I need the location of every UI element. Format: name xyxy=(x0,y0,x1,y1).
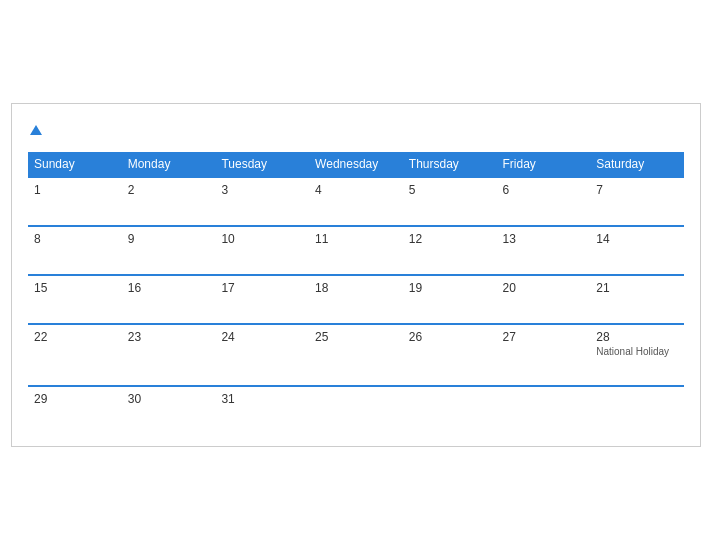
calendar-cell: 27 xyxy=(497,324,591,386)
calendar-cell: 25 xyxy=(309,324,403,386)
calendar-cell: 21 xyxy=(590,275,684,324)
day-number: 10 xyxy=(221,232,234,246)
day-number: 7 xyxy=(596,183,603,197)
calendar-cell: 7 xyxy=(590,177,684,226)
calendar-cell xyxy=(403,386,497,434)
day-number: 27 xyxy=(503,330,516,344)
calendar-cell: 3 xyxy=(215,177,309,226)
calendar-cell: 14 xyxy=(590,226,684,275)
calendar-cell: 23 xyxy=(122,324,216,386)
calendar-thead: Sunday Monday Tuesday Wednesday Thursday… xyxy=(28,152,684,177)
calendar-cell: 6 xyxy=(497,177,591,226)
calendar-cell: 29 xyxy=(28,386,122,434)
calendar-cell: 15 xyxy=(28,275,122,324)
day-number: 16 xyxy=(128,281,141,295)
day-number: 3 xyxy=(221,183,228,197)
day-event: National Holiday xyxy=(596,346,678,357)
day-number: 2 xyxy=(128,183,135,197)
day-number: 9 xyxy=(128,232,135,246)
calendar-cell xyxy=(309,386,403,434)
calendar-tbody: 1234567891011121314151617181920212223242… xyxy=(28,177,684,434)
day-number: 20 xyxy=(503,281,516,295)
calendar-header xyxy=(28,120,684,138)
col-sunday: Sunday xyxy=(28,152,122,177)
day-number: 21 xyxy=(596,281,609,295)
day-number: 26 xyxy=(409,330,422,344)
calendar-cell: 9 xyxy=(122,226,216,275)
day-number: 15 xyxy=(34,281,47,295)
day-number: 1 xyxy=(34,183,41,197)
calendar-cell: 28National Holiday xyxy=(590,324,684,386)
day-number: 5 xyxy=(409,183,416,197)
calendar-header-row: Sunday Monday Tuesday Wednesday Thursday… xyxy=(28,152,684,177)
col-tuesday: Tuesday xyxy=(215,152,309,177)
calendar-cell: 31 xyxy=(215,386,309,434)
day-number: 18 xyxy=(315,281,328,295)
day-number: 13 xyxy=(503,232,516,246)
calendar-cell: 11 xyxy=(309,226,403,275)
day-number: 24 xyxy=(221,330,234,344)
calendar-week-row: 891011121314 xyxy=(28,226,684,275)
calendar-cell: 17 xyxy=(215,275,309,324)
col-wednesday: Wednesday xyxy=(309,152,403,177)
calendar-cell: 18 xyxy=(309,275,403,324)
calendar-cell: 13 xyxy=(497,226,591,275)
day-number: 23 xyxy=(128,330,141,344)
logo-general xyxy=(28,120,42,138)
calendar-cell: 10 xyxy=(215,226,309,275)
day-number: 22 xyxy=(34,330,47,344)
day-number: 11 xyxy=(315,232,328,246)
logo-triangle-icon xyxy=(30,125,42,135)
calendar-cell: 1 xyxy=(28,177,122,226)
calendar-cell xyxy=(590,386,684,434)
day-number: 29 xyxy=(34,392,47,406)
calendar-week-row: 15161718192021 xyxy=(28,275,684,324)
day-number: 12 xyxy=(409,232,422,246)
calendar-grid: Sunday Monday Tuesday Wednesday Thursday… xyxy=(28,152,684,434)
day-number: 17 xyxy=(221,281,234,295)
calendar-week-row: 22232425262728National Holiday xyxy=(28,324,684,386)
day-number: 14 xyxy=(596,232,609,246)
calendar-container: Sunday Monday Tuesday Wednesday Thursday… xyxy=(11,103,701,447)
calendar-cell: 12 xyxy=(403,226,497,275)
calendar-cell: 30 xyxy=(122,386,216,434)
day-number: 28 xyxy=(596,330,609,344)
col-friday: Friday xyxy=(497,152,591,177)
col-saturday: Saturday xyxy=(590,152,684,177)
col-monday: Monday xyxy=(122,152,216,177)
day-number: 4 xyxy=(315,183,322,197)
logo xyxy=(28,120,42,138)
calendar-cell: 19 xyxy=(403,275,497,324)
day-number: 19 xyxy=(409,281,422,295)
calendar-cell: 16 xyxy=(122,275,216,324)
col-thursday: Thursday xyxy=(403,152,497,177)
day-number: 30 xyxy=(128,392,141,406)
day-number: 6 xyxy=(503,183,510,197)
calendar-cell: 24 xyxy=(215,324,309,386)
calendar-cell: 20 xyxy=(497,275,591,324)
day-number: 25 xyxy=(315,330,328,344)
calendar-cell: 4 xyxy=(309,177,403,226)
calendar-cell: 8 xyxy=(28,226,122,275)
calendar-cell: 5 xyxy=(403,177,497,226)
calendar-cell: 2 xyxy=(122,177,216,226)
calendar-cell: 26 xyxy=(403,324,497,386)
day-number: 31 xyxy=(221,392,234,406)
calendar-cell xyxy=(497,386,591,434)
day-number: 8 xyxy=(34,232,41,246)
calendar-week-row: 1234567 xyxy=(28,177,684,226)
calendar-week-row: 293031 xyxy=(28,386,684,434)
calendar-cell: 22 xyxy=(28,324,122,386)
